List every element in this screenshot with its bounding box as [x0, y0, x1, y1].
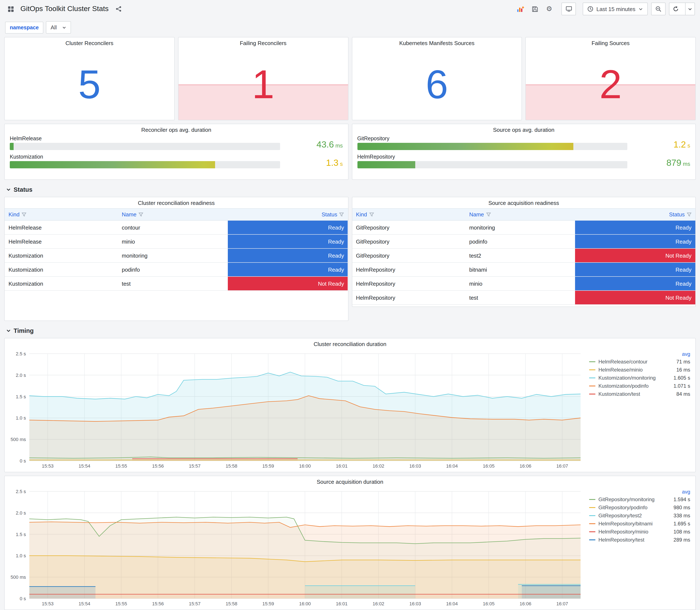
svg-text:16:00: 16:00 [299, 601, 311, 606]
section-title-status: Status [14, 186, 33, 193]
svg-text:15:59: 15:59 [262, 463, 274, 469]
legend-item[interactable]: Kustomization/podinfo1.071 s [589, 382, 690, 390]
legend-series-name: HelmRelease/minio [599, 367, 673, 373]
status-badge: Ready [228, 249, 348, 262]
status-badge: Not Ready [575, 249, 695, 262]
chart-legend: avgHelmRelease/contour71 msHelmRelease/m… [585, 349, 692, 470]
timeseries-panel-reconciliation: Cluster reconciliation duration15:5315:5… [4, 338, 696, 472]
series-area [132, 459, 297, 461]
panel-title: Cluster reconciliation readiness [5, 197, 348, 208]
legend-item[interactable]: GitRepository/test2338 ms [589, 511, 690, 519]
zoom-out-button[interactable] [651, 2, 666, 15]
cell-name: podinfo [118, 263, 228, 276]
legend-color-dash [589, 507, 596, 508]
legend-item[interactable]: HelmRepository/test289 ms [589, 535, 690, 544]
chart-row-2: Source acquisition duration15:5315:5415:… [4, 476, 696, 610]
gauge-value: 879 ms [634, 159, 690, 168]
legend-item[interactable]: HelmRelease/contour71 ms [589, 357, 690, 366]
share-icon[interactable] [113, 3, 124, 14]
cell-name: test2 [466, 249, 575, 262]
clock-icon [587, 6, 593, 12]
variable-label-namespace[interactable]: namespace [5, 21, 43, 33]
refresh-button[interactable] [669, 2, 695, 15]
time-picker[interactable]: Last 15 minutes [583, 2, 648, 15]
column-header-name[interactable]: Name [466, 209, 575, 220]
column-header-status[interactable]: Status [228, 209, 348, 220]
series-area [29, 594, 581, 598]
add-panel-icon[interactable] [515, 3, 526, 14]
series-area [29, 587, 95, 598]
chart-body: 15:5315:5415:5515:5615:5715:5815:5916:00… [8, 487, 692, 608]
tv-mode-button[interactable] [561, 2, 576, 15]
column-header-label: Kind [356, 211, 367, 218]
status-badge: Not Ready [228, 277, 348, 290]
svg-text:0 s: 0 s [20, 596, 26, 601]
legend-series-name: HelmRepository/minio [599, 529, 670, 534]
svg-text:16:07: 16:07 [556, 601, 568, 606]
chart-legend: avgGitRepository/monitoring1.594 sGitRep… [585, 487, 692, 608]
stat-panel: Kubernetes Manifests Sources6 [352, 37, 522, 120]
panel-title: Source ops avg. duration [357, 124, 690, 135]
variable-value-dropdown[interactable]: All [46, 21, 71, 34]
stat-panel: Cluster Reconcilers5 [4, 37, 175, 120]
column-header-kind[interactable]: Kind [352, 209, 466, 220]
legend-color-dash [589, 531, 596, 532]
refresh-interval-dropdown[interactable] [685, 3, 695, 15]
column-header-kind[interactable]: Kind [5, 209, 118, 220]
status-badge: Not Ready [575, 291, 695, 304]
legend-series-avg: 71 ms [677, 358, 690, 365]
dashboard-title: GitOps Toolkit Cluster Stats [20, 5, 109, 13]
bargauge-panel: Reconciler ops avg. durationHelmRelease4… [4, 124, 348, 180]
panel-title: Cluster Reconcilers [5, 37, 174, 48]
status-badge: Ready [575, 235, 695, 248]
legend-series-name: HelmRelease/contour [599, 358, 673, 365]
settings-gear-icon[interactable]: ⚙ [543, 3, 555, 14]
gauge-main: HelmRelease [10, 135, 280, 150]
stat-value: 5 [5, 48, 174, 120]
save-icon[interactable] [529, 3, 540, 14]
section-status[interactable]: Status [4, 183, 696, 197]
apps-grid-icon[interactable] [5, 3, 16, 14]
gauge-label: GitRepository [357, 135, 627, 142]
timeseries-panel-source: Source acquisition duration15:5315:5415:… [4, 476, 696, 610]
legend-avg-header[interactable]: avg [589, 489, 690, 495]
panel-title: Cluster reconciliation duration [8, 338, 692, 349]
legend-series-avg: 1.695 s [673, 520, 690, 527]
column-header-status[interactable]: Status [575, 209, 695, 220]
legend-item[interactable]: HelmRepository/minio108 ms [589, 528, 690, 535]
legend-series-avg: 16 ms [677, 367, 690, 373]
legend-item[interactable]: HelmRepository/bitnami1.695 s [589, 519, 690, 528]
legend-item[interactable]: GitRepository/monitoring1.594 s [589, 495, 690, 503]
refresh-icon[interactable] [669, 3, 682, 15]
legend-avg-header[interactable]: avg [589, 351, 690, 357]
variables-row: namespace All [0, 18, 700, 36]
gauge-fill-gradient [10, 143, 14, 150]
cell-kind: GitRepository [352, 221, 466, 234]
cell-name: minio [466, 277, 575, 290]
panel-title: Source acquisition readiness [352, 197, 695, 208]
legend-item[interactable]: Kustomization/test84 ms [589, 390, 690, 398]
svg-text:1.5 s: 1.5 s [16, 532, 26, 537]
gauge-fill [10, 143, 14, 150]
svg-text:15:57: 15:57 [189, 601, 200, 606]
chart-canvas: 15:5315:5415:5515:5615:5715:5815:5916:00… [8, 349, 585, 470]
legend-item[interactable]: HelmRelease/minio16 ms [589, 366, 690, 374]
column-header-name[interactable]: Name [118, 209, 228, 220]
legend-item[interactable]: GitRepository/podinfo980 ms [589, 503, 690, 511]
svg-text:16:02: 16:02 [373, 601, 384, 606]
cell-kind: Kustomization [5, 263, 118, 276]
svg-text:16:03: 16:03 [409, 601, 421, 606]
gauge-main: GitRepository [357, 135, 627, 150]
legend-color-dash [589, 361, 596, 362]
legend-item[interactable]: Kustomization/monitoring1.605 s [589, 374, 690, 382]
filter-icon [687, 212, 691, 217]
gauges-row: Reconciler ops avg. durationHelmRelease4… [4, 124, 696, 180]
column-header-label: Kind [9, 211, 19, 218]
cell-name: bitnami [466, 263, 575, 276]
svg-text:15:55: 15:55 [115, 463, 127, 469]
gauge-row: GitRepository1.2 s [357, 135, 690, 150]
table-row: KustomizationmonitoringReady [5, 249, 348, 263]
section-timing[interactable]: Timing [4, 324, 696, 338]
chevron-down-icon [638, 6, 643, 11]
legend-color-dash [589, 369, 596, 370]
